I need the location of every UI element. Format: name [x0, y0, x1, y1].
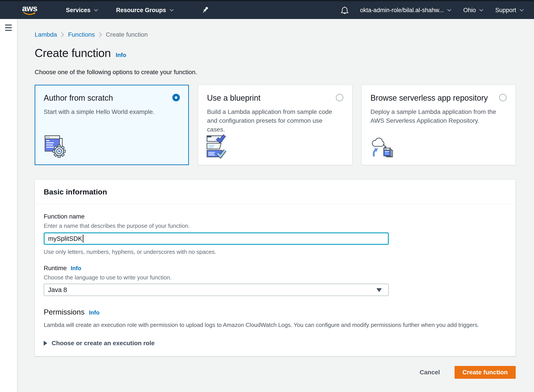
function-name-label: Function name [44, 213, 507, 220]
expander-triangle-icon [44, 341, 47, 346]
chevron-down-icon [447, 9, 452, 12]
breadcrumb-chevron-icon [98, 32, 102, 38]
radio-selected[interactable] [172, 94, 180, 101]
runtime-select[interactable]: Java 8 [44, 284, 389, 296]
panel-title: Basic information [44, 187, 507, 196]
card-title: Use a blueprint [207, 93, 260, 103]
execution-role-expander[interactable]: Choose or create an execution role [44, 339, 507, 347]
card-author-from-scratch[interactable]: Author from scratch Start with a simple … [35, 85, 189, 165]
blueprint-icon [207, 134, 231, 160]
aws-lambda-create-function-page: { "nav": { "logo": "aws", "services": "S… [0, 0, 534, 392]
expander-label: Choose or create an execution role [52, 339, 155, 347]
pin-icon[interactable] [202, 6, 209, 14]
chevron-down-icon [93, 9, 98, 12]
card-description: Build a Lambda application from sample c… [207, 107, 339, 134]
permissions-title: Permissions [44, 307, 84, 317]
main-content: Lambda Functions Create function Create … [17, 19, 534, 379]
form-actions: Cancel Create function [35, 366, 516, 379]
select-caret-icon [376, 288, 382, 292]
radio-unselected[interactable] [499, 94, 507, 101]
function-name-input[interactable]: mySplitSDK [44, 232, 389, 245]
card-description: Start with a simple Hello World example. [44, 107, 176, 116]
author-from-scratch-icon [44, 134, 68, 160]
breadcrumb-current: Create function [106, 31, 148, 38]
notifications-bell-icon[interactable] [341, 6, 349, 14]
function-name-value: mySplitSDK [48, 235, 82, 242]
chevron-down-icon [479, 9, 484, 12]
radio-unselected[interactable] [336, 94, 343, 101]
permissions-description: Lambda will create an execution role wit… [44, 321, 507, 329]
nav-account-menu[interactable]: okta-admin-role/bilal.al-shahw... [360, 7, 452, 14]
function-name-helper: Enter a name that describes the purpose … [44, 222, 507, 229]
text-cursor [83, 235, 84, 243]
permissions-section: Permissions Info Lambda will create an e… [44, 307, 507, 347]
card-browse-serverless-repo[interactable]: Browse serverless app repository Deploy … [362, 85, 516, 165]
card-title: Browse serverless app repository [371, 93, 488, 103]
cancel-button[interactable]: Cancel [420, 369, 440, 376]
serverless-repo-icon [370, 134, 395, 160]
aws-smile-icon [23, 12, 36, 16]
runtime-selected-value: Java 8 [48, 286, 67, 294]
page-subtitle: Choose one of the following options to c… [35, 68, 516, 76]
title-info-link[interactable]: Info [116, 52, 126, 58]
chevron-down-icon [519, 9, 524, 12]
aws-logo-text: aws [22, 5, 37, 12]
nav-services-menu[interactable]: Services [66, 7, 98, 14]
breadcrumb: Lambda Functions Create function [35, 31, 516, 38]
collapsed-sidebar [0, 19, 17, 392]
runtime-label: Runtime [44, 264, 67, 272]
card-title: Author from scratch [44, 93, 113, 103]
breadcrumb-functions[interactable]: Functions [68, 31, 95, 38]
create-function-button[interactable]: Create function [455, 366, 516, 379]
card-use-blueprint[interactable]: Use a blueprint Build a Lambda applicati… [198, 85, 352, 165]
chevron-down-icon [169, 9, 174, 12]
breadcrumb-chevron-icon [60, 32, 65, 38]
function-name-constraint: Use only letters, numbers, hyphens, or u… [44, 248, 507, 255]
page-title: Create function [35, 46, 111, 60]
runtime-field: Runtime Info Choose the language to use … [44, 264, 507, 296]
runtime-info-link[interactable]: Info [71, 265, 81, 272]
card-description: Deploy a sample Lambda application from … [371, 107, 503, 125]
permissions-info-link[interactable]: Info [89, 309, 100, 316]
hamburger-menu-icon[interactable] [5, 24, 12, 31]
function-name-field: Function name Enter a name that describe… [44, 213, 507, 255]
creation-option-cards: Author from scratch Start with a simple … [35, 85, 516, 165]
nav-region-menu[interactable]: Ohio [463, 7, 484, 14]
basic-information-panel: Basic information Function name Enter a … [35, 179, 516, 356]
aws-logo[interactable]: aws [22, 5, 37, 16]
nav-resource-groups-menu[interactable]: Resource Groups [116, 7, 174, 14]
breadcrumb-lambda[interactable]: Lambda [35, 31, 57, 38]
nav-support-menu[interactable]: Support [495, 7, 524, 14]
top-navigation-bar: aws Services Resource Groups [0, 0, 534, 19]
runtime-helper: Choose the language to use to write your… [44, 274, 507, 281]
